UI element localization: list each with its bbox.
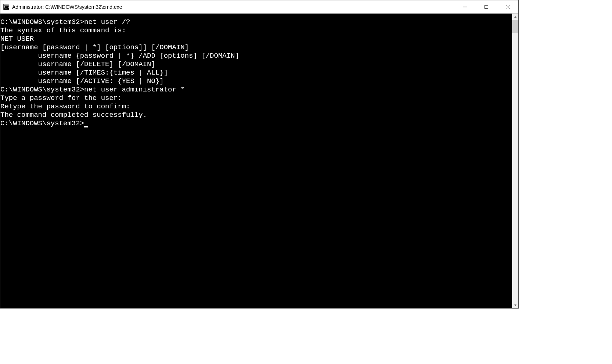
terminal-line: Retype the password to confirm: — [0, 102, 512, 111]
svg-marker-8 — [514, 304, 516, 306]
terminal-cursor — [84, 126, 88, 127]
svg-rect-4 — [485, 5, 488, 8]
terminal-line: NET USER — [0, 35, 512, 43]
vertical-scrollbar[interactable] — [512, 14, 518, 308]
maximize-button[interactable] — [476, 0, 497, 13]
terminal-line: The command completed successfully. — [0, 111, 512, 119]
cmd-icon: C:\ — [3, 4, 9, 10]
terminal-prompt: C:\WINDOWS\system32> — [0, 119, 84, 127]
terminal-output[interactable]: C:\WINDOWS\system32>net user /?The synta… — [0, 14, 512, 308]
terminal-line: [username [password | *] [options]] [/DO… — [0, 43, 512, 52]
terminal-line: username [/TIMES:{times | ALL}] — [0, 69, 512, 77]
window-frame: C:\ Administrator: C:\WINDOWS\system32\c… — [0, 0, 519, 309]
scroll-up-arrow[interactable] — [512, 14, 518, 20]
window-title: Administrator: C:\WINDOWS\system32\cmd.e… — [12, 4, 122, 10]
content-area: C:\WINDOWS\system32>net user /?The synta… — [0, 14, 518, 308]
terminal-line: Type a password for the user: — [0, 94, 512, 102]
terminal-line: username [/DELETE] [/DOMAIN] — [0, 60, 512, 69]
scroll-thumb[interactable] — [512, 20, 518, 33]
scroll-track[interactable] — [512, 20, 518, 302]
terminal-prompt-line: C:\WINDOWS\system32> — [0, 119, 512, 128]
titlebar[interactable]: C:\ Administrator: C:\WINDOWS\system32\c… — [0, 0, 518, 14]
svg-rect-1 — [4, 4, 9, 6]
terminal-line: username {password | *} /ADD [options] [… — [0, 52, 512, 60]
terminal-line: C:\WINDOWS\system32>net user administrat… — [0, 86, 512, 94]
terminal-line: username [/ACTIVE: {YES | NO}] — [0, 77, 512, 86]
minimize-button[interactable] — [454, 0, 476, 13]
scroll-down-arrow[interactable] — [512, 302, 518, 308]
terminal-line: The syntax of this command is: — [0, 26, 512, 35]
terminal-line: C:\WINDOWS\system32>net user /? — [0, 18, 512, 26]
titlebar-left: C:\ Administrator: C:\WINDOWS\system32\c… — [0, 4, 122, 10]
svg-text:C:\: C:\ — [4, 6, 9, 9]
svg-marker-7 — [514, 16, 516, 18]
window-controls — [454, 0, 518, 13]
close-button[interactable] — [497, 0, 518, 13]
